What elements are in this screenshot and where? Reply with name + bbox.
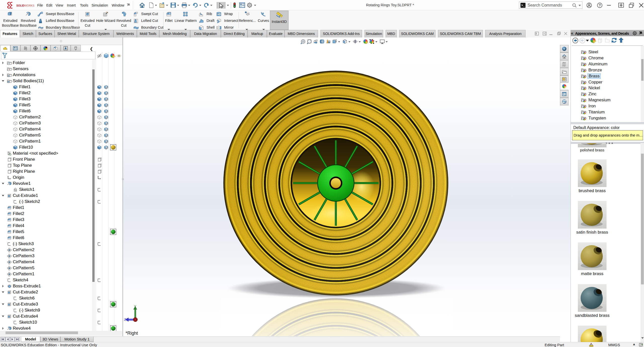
svg-text:A: A [8, 75, 9, 77]
svg-text:SOLIDWORKS: SOLIDWORKS [16, 4, 34, 7]
svg-text:?: ? [598, 3, 601, 7]
svg-text:A: A [328, 41, 330, 44]
